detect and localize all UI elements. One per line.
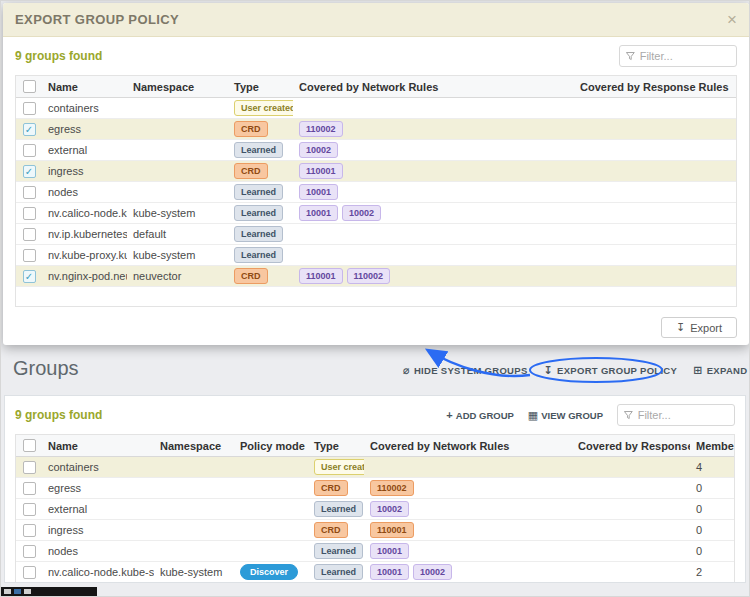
response-rules-cell [572, 528, 690, 532]
column-header[interactable]: Covered by Network Rules [364, 438, 572, 454]
row-checkbox[interactable] [23, 461, 36, 474]
row-checkbox-cell: ✓ [16, 163, 42, 180]
table-row[interactable]: containersUser created [16, 98, 736, 119]
rule-chip: 10001 [370, 543, 409, 559]
row-checkbox-cell: ✓ [16, 121, 42, 138]
table-row[interactable]: egressCRD1100020 [16, 478, 734, 499]
row-checkbox[interactable] [23, 482, 36, 495]
table-row[interactable]: containersUser created4 [16, 457, 734, 478]
type-cell: Learned [228, 245, 293, 265]
response-rules-cell [572, 486, 690, 490]
row-checkbox-cell [16, 184, 42, 201]
modal-title: EXPORT GROUP POLICY [15, 12, 179, 27]
expand-grid-button[interactable]: ⊞ EXPAND GRID [693, 364, 749, 377]
network-rules-cell: 10001 [364, 541, 572, 561]
row-checkbox[interactable]: ✓ [23, 270, 36, 283]
row-checkbox[interactable] [23, 545, 36, 558]
type-cell: CRD [228, 119, 293, 139]
table-row[interactable]: nv.ip.kubernetes.ddefaultLearned [16, 224, 736, 245]
table-row[interactable]: externalLearned100020 [16, 499, 734, 520]
hide-system-groups-button[interactable]: ⌀ HIDE SYSTEM GROUPS [403, 364, 528, 377]
table-row[interactable]: nodesLearned10001 [16, 182, 736, 203]
column-header[interactable]: Name [42, 79, 127, 95]
column-header[interactable]: Name [42, 438, 154, 454]
type-cell: User created [228, 98, 293, 118]
row-checkbox-cell [16, 564, 42, 581]
row-checkbox[interactable] [23, 249, 36, 262]
view-group-button[interactable]: ▦ VIEW GROUP [528, 409, 603, 422]
row-checkbox[interactable] [23, 524, 36, 537]
table-row[interactable]: nv.kube-proxy.kubkube-systemLearned [16, 245, 736, 266]
name-cell: ingress [42, 163, 127, 179]
export-groups-table: NameNamespaceTypeCovered by Network Rule… [15, 75, 737, 307]
export-button[interactable]: ↧ Export [661, 317, 737, 338]
type-badge: CRD [234, 121, 268, 137]
namespace-cell [127, 148, 228, 152]
rule-chip: 110002 [347, 268, 391, 284]
modal-header: EXPORT GROUP POLICY × [3, 3, 749, 37]
groups-filter-box [617, 404, 735, 426]
export-group-policy-modal: EXPORT GROUP POLICY × 9 groups found Nam… [3, 3, 749, 345]
row-checkbox[interactable] [23, 228, 36, 241]
column-header[interactable]: Covered by Response R... [572, 438, 690, 454]
table-row[interactable]: ✓nv.nginx-pod.neuvneuvectorCRD1100011100… [16, 266, 736, 287]
row-checkbox-cell [16, 480, 42, 497]
type-cell: Learned [308, 499, 364, 519]
select-all-checkbox[interactable] [23, 80, 36, 93]
network-rules-cell: 110001 [293, 161, 574, 181]
download-icon: ↧ [544, 364, 554, 377]
row-checkbox-cell [16, 247, 42, 264]
type-badge: Learned [234, 247, 283, 263]
row-checkbox[interactable] [23, 102, 36, 115]
column-header[interactable]: Policy mode [234, 438, 308, 454]
response-rules-cell [574, 169, 736, 173]
view-group-label: VIEW GROUP [541, 410, 603, 421]
row-checkbox[interactable]: ✓ [23, 165, 36, 178]
network-rules-cell: 110001110002 [293, 266, 574, 286]
column-header[interactable]: Covered by Network Rules [293, 79, 574, 95]
groups-card: 9 groups found + ADD GROUP ▦ VIEW GROUP [4, 395, 746, 583]
card-actions: + ADD GROUP ▦ VIEW GROUP [446, 404, 735, 426]
close-icon[interactable]: × [727, 11, 737, 28]
name-cell: nv.kube-proxy.kub [42, 247, 127, 263]
type-badge: Learned [234, 142, 283, 158]
row-checkbox[interactable] [23, 566, 36, 579]
add-group-button[interactable]: + ADD GROUP [446, 409, 514, 421]
column-header[interactable]: Namespace [154, 438, 234, 454]
row-checkbox[interactable] [23, 207, 36, 220]
type-cell: CRD [308, 478, 364, 498]
network-rules-cell [293, 253, 574, 257]
type-badge: CRD [314, 522, 348, 538]
table-row[interactable]: externalLearned10002 [16, 140, 736, 161]
column-header[interactable]: Type [228, 79, 293, 95]
rule-chip: 10001 [370, 564, 409, 580]
namespace-cell [154, 507, 234, 511]
grid-icon: ▦ [528, 409, 538, 422]
export-group-policy-button[interactable]: ↧ EXPORT GROUP POLICY [544, 364, 678, 377]
column-header[interactable]: Type [308, 438, 364, 454]
column-header[interactable]: Covered by Response Rules [574, 79, 736, 95]
funnel-icon [624, 410, 633, 420]
export-button-label: Export [690, 322, 722, 334]
namespace-cell [154, 549, 234, 553]
column-header[interactable]: Members [690, 438, 734, 454]
table-row[interactable]: nv.calico-node.kubkube-systemLearned1000… [16, 203, 736, 224]
name-cell: egress [42, 121, 127, 137]
policy-mode-cell [234, 465, 308, 469]
row-checkbox[interactable]: ✓ [23, 123, 36, 136]
column-header[interactable]: Namespace [127, 79, 228, 95]
table-row[interactable]: ingressCRD1100010 [16, 520, 734, 541]
groups-filter-input[interactable] [638, 409, 728, 421]
table-row[interactable]: ✓ingressCRD110001 [16, 161, 736, 182]
table-row[interactable]: nodesLearned100010 [16, 541, 734, 562]
row-checkbox[interactable] [23, 144, 36, 157]
table-row[interactable]: nv.calico-node.kube-syskube-systemDiscov… [16, 562, 734, 583]
select-all-checkbox[interactable] [23, 439, 36, 452]
policy-mode-cell [234, 486, 308, 490]
row-checkbox[interactable] [23, 186, 36, 199]
row-checkbox[interactable] [23, 503, 36, 516]
table-row[interactable]: ✓egressCRD110002 [16, 119, 736, 140]
row-checkbox-cell [16, 142, 42, 159]
modal-filter-input[interactable] [640, 50, 730, 62]
groups-toolbar: ⌀ HIDE SYSTEM GROUPS ↧ EXPORT GROUP POLI… [403, 364, 749, 377]
